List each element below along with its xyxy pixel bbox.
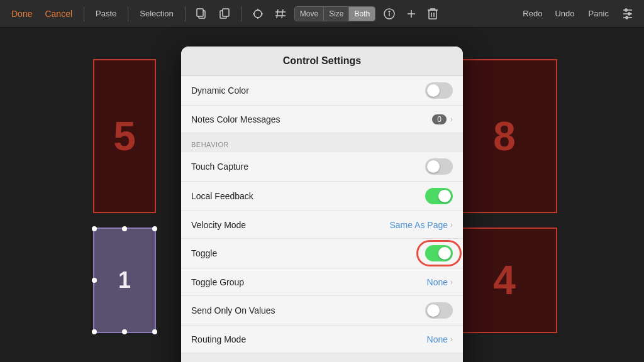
velocity-mode-value: Same As Page ›	[389, 220, 453, 230]
dynamic-color-toggle[interactable]	[425, 82, 453, 99]
local-feedback-knob	[438, 190, 451, 202]
touch-capture-label: Touch Capture	[191, 162, 248, 172]
toggle-group-value: None ›	[427, 277, 453, 287]
delete-icon[interactable]	[425, 5, 441, 23]
info-icon[interactable]	[380, 5, 398, 23]
send-only-knob	[427, 304, 440, 317]
toolbar: Done Cancel Paste Selection	[0, 0, 644, 28]
behavior-section-header: BEHAVIOR	[181, 133, 463, 152]
separator-2	[128, 6, 128, 21]
aftertouch-section-header: AFTERTOUCH	[181, 353, 463, 362]
add-icon[interactable]	[403, 6, 419, 22]
toggle-switch[interactable]	[425, 245, 453, 261]
local-feedback-row: Local Feedback	[181, 182, 463, 211]
svg-rect-18	[429, 10, 436, 19]
paste-button[interactable]: Paste	[92, 6, 120, 21]
notes-color-row[interactable]: Notes Color Messages 0 ›	[181, 106, 463, 133]
both-button[interactable]: Both	[349, 7, 375, 21]
size-button[interactable]: Size	[324, 7, 349, 21]
velocity-mode-label: Velocity Mode	[191, 220, 246, 230]
control-settings-modal: Control Settings Dynamic Color Notes Col…	[181, 47, 463, 362]
svg-point-4	[254, 10, 262, 18]
velocity-mode-text: Same As Page	[389, 220, 448, 230]
svg-rect-3	[223, 9, 229, 16]
copy-icon[interactable]	[193, 5, 211, 23]
separator-4	[241, 6, 242, 21]
behavior-section-title: BEHAVIOR	[191, 141, 229, 148]
toggle-knob	[438, 247, 451, 260]
grid-icon[interactable]	[272, 5, 289, 23]
routing-mode-row[interactable]: Routing Mode None ›	[181, 326, 463, 353]
notes-color-label: Notes Color Messages	[191, 114, 280, 124]
paste-icon[interactable]	[216, 5, 233, 23]
local-feedback-toggle[interactable]	[425, 188, 453, 204]
touch-capture-toggle[interactable]	[425, 158, 453, 175]
touch-capture-row: Touch Capture	[181, 152, 463, 182]
crosshair-icon[interactable]	[249, 5, 267, 23]
svg-rect-1	[197, 9, 203, 16]
routing-mode-label: Routing Mode	[191, 334, 246, 344]
velocity-mode-row[interactable]: Velocity Mode Same As Page ›	[181, 211, 463, 239]
routing-chevron: ›	[450, 335, 453, 344]
separator-1	[84, 6, 84, 21]
toggle-group-label: Toggle Group	[191, 277, 244, 287]
move-size-group: Move Size Both	[294, 6, 375, 21]
local-feedback-label: Local Feedback	[191, 191, 253, 201]
toggle-row: Toggle	[181, 239, 463, 268]
selection-button[interactable]: Selection	[136, 6, 177, 21]
velocity-chevron: ›	[450, 221, 453, 229]
toggle-group-chevron: ›	[450, 278, 453, 287]
modal-body: Dynamic Color Notes Color Messages 0 › B…	[181, 76, 463, 362]
mixer-icon[interactable]	[619, 5, 636, 23]
svg-point-15	[389, 11, 390, 12]
send-only-row: Send Only On Values	[181, 296, 463, 326]
move-button[interactable]: Move	[295, 7, 324, 21]
toggle-label: Toggle	[191, 248, 217, 258]
undo-button[interactable]: Undo	[551, 6, 578, 21]
notes-color-right: 0 ›	[432, 114, 453, 124]
toggle-annotated-wrapper	[425, 245, 453, 261]
dynamic-color-label: Dynamic Color	[191, 85, 249, 96]
dynamic-color-knob	[427, 84, 440, 97]
separator-3	[185, 6, 186, 21]
svg-line-9	[277, 9, 278, 18]
routing-mode-text: None	[427, 334, 448, 344]
modal-overlay: Control Settings Dynamic Color Notes Col…	[0, 28, 644, 362]
cancel-button[interactable]: Cancel	[41, 6, 76, 21]
notes-color-badge: 0	[432, 114, 447, 124]
svg-line-10	[282, 9, 283, 18]
send-only-toggle[interactable]	[425, 302, 453, 319]
dynamic-color-row: Dynamic Color	[181, 76, 463, 106]
modal-header: Control Settings	[181, 47, 463, 76]
panic-button[interactable]: Panic	[583, 6, 614, 21]
notes-color-chevron: ›	[450, 115, 453, 124]
send-only-label: Send Only On Values	[191, 305, 275, 315]
redo-button[interactable]: Redo	[519, 6, 546, 21]
toggle-group-text: None	[427, 277, 448, 287]
main-content: 5 8 4 1 Control Settings Dynamic Color	[0, 28, 644, 362]
modal-title: Control Settings	[283, 55, 361, 66]
toggle-group-row[interactable]: Toggle Group None ›	[181, 268, 463, 296]
routing-mode-value: None ›	[427, 334, 453, 344]
done-button[interactable]: Done	[8, 6, 36, 21]
touch-capture-knob	[427, 160, 440, 173]
